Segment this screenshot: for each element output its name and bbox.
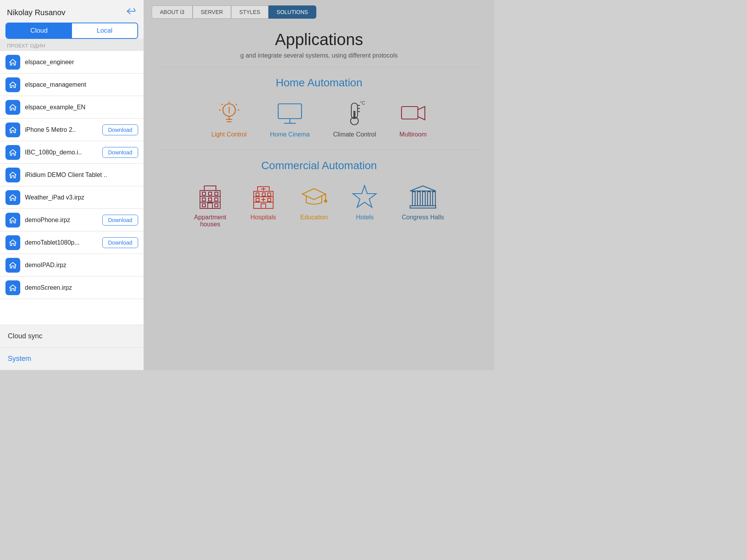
home-cinema-label: Home Cinema <box>270 131 310 138</box>
light-bulb-icon <box>216 100 243 127</box>
project-item[interactable]: elspace_example_EN <box>0 96 144 119</box>
hotels-label: Hotels <box>356 214 374 221</box>
cloud-toggle-btn[interactable]: Cloud <box>6 23 72 38</box>
project-home-icon <box>5 190 20 205</box>
svg-marker-54 <box>410 186 436 191</box>
svg-rect-55 <box>412 192 415 206</box>
nav-tab-about-i3[interactable]: ABOUT i3 <box>152 5 193 19</box>
project-list: elspace_engineerelspace_managementelspac… <box>0 51 144 325</box>
multiroom-item[interactable]: Multiroom <box>400 100 427 138</box>
project-item[interactable]: iRidium DEMO Client Tablet .. <box>0 164 144 186</box>
page-subtitle: g and integrate several systems, using d… <box>144 52 494 67</box>
sidebar: Nikolay Rusanov Cloud Local ПРОЕКТ ОДИН … <box>0 0 144 370</box>
svg-rect-32 <box>208 203 212 208</box>
back-icon[interactable] <box>126 7 137 18</box>
svg-rect-40 <box>262 193 265 196</box>
commercial-automation-row: Appartment houses <box>144 179 494 240</box>
apartment-icon <box>196 183 224 210</box>
project-name: demoTablet1080p... <box>25 239 98 246</box>
project-home-icon <box>5 280 20 295</box>
project-item[interactable]: IBC_1080p_demo.i..Download <box>0 141 144 164</box>
svg-rect-31 <box>215 204 218 207</box>
cloud-sync-item[interactable]: Cloud sync <box>0 325 144 348</box>
system-item[interactable]: System <box>0 348 144 370</box>
video-camera-icon <box>400 100 427 127</box>
columns-icon <box>409 183 437 210</box>
svg-rect-10 <box>278 104 302 119</box>
project-home-icon <box>5 145 20 160</box>
project-item[interactable]: iPhone 5 Metro 2..Download <box>0 119 144 141</box>
download-button[interactable]: Download <box>102 124 138 135</box>
project-home-icon <box>5 168 20 182</box>
home-cinema-item[interactable]: Home Cinema <box>270 100 310 138</box>
download-button[interactable]: Download <box>102 215 138 226</box>
star-icon <box>351 183 379 210</box>
svg-rect-39 <box>256 193 259 196</box>
hospitals-item[interactable]: Hospitals <box>250 183 277 228</box>
congress-halls-label: Congress Halls <box>402 214 444 221</box>
svg-rect-27 <box>202 198 205 201</box>
project-name: iPhone 5 Metro 2.. <box>25 126 98 133</box>
project-name: elspace_management <box>25 81 138 88</box>
svg-rect-20 <box>402 107 418 119</box>
apartment-houses-label: Appartment houses <box>194 214 226 228</box>
congress-halls-item[interactable]: Congress Halls <box>402 183 444 228</box>
education-item[interactable]: Education <box>300 183 328 228</box>
svg-rect-57 <box>423 192 425 206</box>
svg-line-2 <box>221 104 223 105</box>
cloud-local-toggle: Cloud Local <box>5 23 138 39</box>
apartment-houses-item[interactable]: Appartment houses <box>194 183 226 228</box>
download-button[interactable]: Download <box>102 237 138 248</box>
nav-tab-solutions[interactable]: SOLUTIONS <box>268 5 316 19</box>
svg-rect-58 <box>428 192 430 206</box>
project-name: IBC_1080p_demo.i.. <box>25 149 98 156</box>
svg-rect-34 <box>204 186 216 191</box>
project-item[interactable]: Weather_iPad v3.irpz <box>0 186 144 209</box>
nav-tab-server[interactable]: SERVER <box>193 5 231 19</box>
project-item[interactable]: demoTablet1080p...Download <box>0 231 144 254</box>
svg-rect-28 <box>209 198 212 201</box>
project-name: iRidium DEMO Client Tablet .. <box>25 172 138 178</box>
download-button[interactable]: Download <box>102 147 138 158</box>
project-name: demoScreen.irpz <box>25 284 138 291</box>
svg-rect-43 <box>268 198 271 201</box>
project-home-icon <box>5 258 20 273</box>
project-item[interactable]: demoScreen.irpz <box>0 276 144 299</box>
climate-control-item[interactable]: °C Climate Control <box>333 100 376 138</box>
project-name: demoPhone.irpz <box>25 217 98 224</box>
nav-tab-styles[interactable]: STYLES <box>231 5 268 19</box>
project-item[interactable]: elspace_management <box>0 74 144 96</box>
page-title: Applications <box>144 19 494 52</box>
project-item[interactable]: elspace_engineer <box>0 51 144 74</box>
thermometer-icon: °C <box>341 100 368 127</box>
svg-rect-46 <box>261 204 266 208</box>
project-item[interactable]: demoIPAD.irpz <box>0 254 144 276</box>
svg-rect-59 <box>433 192 435 206</box>
hotels-item[interactable]: Hotels <box>351 183 379 228</box>
svg-rect-60 <box>410 206 436 208</box>
sidebar-header: Nikolay Rusanov <box>0 0 144 23</box>
nav-tabs: ABOUT i3SERVERSTYLESSOLUTIONS <box>144 0 494 19</box>
project-name: elspace_engineer <box>25 59 138 66</box>
education-label: Education <box>300 214 328 221</box>
svg-rect-29 <box>215 198 218 201</box>
project-home-icon <box>5 55 20 70</box>
svg-rect-30 <box>202 204 205 207</box>
home-automation-row: Light Control Home Cinema <box>144 96 494 150</box>
local-toggle-btn[interactable]: Local <box>72 23 138 38</box>
svg-text:°C: °C <box>360 100 365 106</box>
sidebar-footer: Cloud sync System <box>0 325 144 370</box>
svg-marker-53 <box>353 186 376 207</box>
project-item[interactable]: demoPhone.irpzDownload <box>0 209 144 231</box>
svg-rect-41 <box>268 193 271 196</box>
main-content: ABOUT i3SERVERSTYLESSOLUTIONS Applicatio… <box>144 0 494 370</box>
project-name: elspace_example_EN <box>25 104 138 111</box>
hospital-icon <box>250 183 277 210</box>
monitor-icon <box>276 100 303 127</box>
project-home-icon <box>5 213 20 228</box>
project-home-icon <box>5 77 20 92</box>
svg-rect-25 <box>209 192 212 195</box>
light-control-item[interactable]: Light Control <box>211 100 247 138</box>
project-home-icon <box>5 100 20 115</box>
commercial-automation-title: Commercial Automation <box>144 150 494 179</box>
